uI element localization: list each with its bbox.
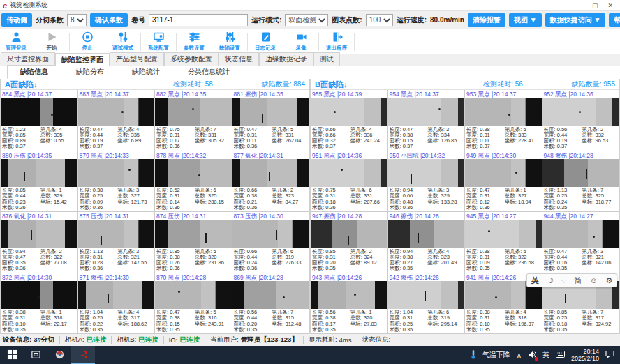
minimize-button[interactable]: — xyxy=(576,2,582,9)
defect-card[interactable]: 945 黑点 |20:14:27 长度: 0.38 宽度: 0.31 面积: 0… xyxy=(465,212,542,273)
data-quick-access-menu-button[interactable]: 数据快捷访问 ▼ xyxy=(545,13,606,27)
defect-card[interactable]: 949 黑点 |20:14:30 长度: 0.47 宽度: 0.31 面积: 0… xyxy=(465,151,542,213)
defect-card[interactable]: 873 压伤 |20:14:30 长度: 0.66 宽度: 0.44 面积: 0… xyxy=(232,212,310,273)
defect-card[interactable]: 950 小凹坑 |20:14:32 长度: 0.94 宽度: 0.66 面积: … xyxy=(388,151,466,213)
taskbar-ime-indicator[interactable]: 英 xyxy=(542,350,549,360)
log-record-button[interactable]: 日志记录 xyxy=(249,31,281,52)
exit-program-button[interactable]: 退出程序 xyxy=(320,31,353,52)
system-config-button[interactable]: 系统配置 xyxy=(142,31,175,52)
defect-thumbnail[interactable] xyxy=(311,159,388,187)
defect-thumbnail[interactable] xyxy=(155,98,232,126)
tab-edge-data-record[interactable]: 边缘数据记录 xyxy=(259,52,313,66)
drive-side-button[interactable]: 传动侧 xyxy=(1,13,32,27)
panel-b-title[interactable]: B面缺陷↓ xyxy=(315,79,483,90)
tray-weather-text[interactable]: 气温下降 xyxy=(482,350,510,360)
moon-icon[interactable]: ☽ xyxy=(547,276,554,285)
defect-thumbnail[interactable] xyxy=(388,159,465,187)
ime-tools-icon[interactable]: ⸪ xyxy=(561,276,566,285)
defect-card[interactable]: 947 擦伤 |20:14:28 长度: 0.85 宽度: 0.31 面积: 0… xyxy=(311,212,388,273)
defect-card[interactable]: 955 黑点 |20:14:39 长度: 0.66 宽度: 0.66 面积: 0… xyxy=(311,90,388,151)
defect-card[interactable]: 942 擦伤 |20:14:26 长度: 1.04 宽度: 0.31 面积: 0… xyxy=(388,273,466,335)
taskbar-app-vision-system[interactable] xyxy=(71,346,95,364)
defect-card[interactable]: 876 氧化 |20:14:31 长度: 0.94 宽度: 0.47 面积: 0… xyxy=(1,212,78,273)
record-video-button[interactable]: 录像 xyxy=(285,31,317,52)
tab-status-info[interactable]: 状态信息 xyxy=(219,52,259,66)
volume-icon[interactable] xyxy=(528,351,536,360)
taskbar-app-browser[interactable] xyxy=(47,346,71,364)
panel-a-title[interactable]: A面缺陷↓ xyxy=(5,79,173,90)
defect-settings-button[interactable]: 缺陷设置 xyxy=(214,31,246,52)
subtab-defect-distribution[interactable]: 缺陷分布 xyxy=(63,65,117,79)
debug-mode-button[interactable]: 调试模式 xyxy=(107,31,139,52)
parameter-settings-button[interactable]: 参数设置 xyxy=(178,31,210,52)
defect-thumbnail[interactable] xyxy=(78,98,155,126)
defect-card[interactable]: 946 擦伤 |20:14:28 长度: 0.94 宽度: 0.38 面积: 0… xyxy=(388,212,466,273)
defect-card[interactable]: 877 氧化 |20:14:31 长度: 0.66 宽度: 0.38 面积: 0… xyxy=(232,151,310,213)
close-button[interactable]: ✕ xyxy=(607,2,613,9)
defect-thumbnail[interactable] xyxy=(78,281,155,309)
defect-card[interactable]: 948 擦伤 |20:14:28 长度: 1.13 宽度: 0.25 面积: 0… xyxy=(542,151,620,213)
defect-card[interactable]: 952 黑点 |20:14:36 长度: 0.56 宽度: 0.44 面积: 0… xyxy=(542,90,620,151)
notification-center-icon[interactable] xyxy=(605,350,614,360)
clear-alarm-button[interactable]: 清除报警 xyxy=(468,13,505,27)
defect-thumbnail[interactable] xyxy=(465,98,542,126)
tab-system-param-config[interactable]: 系统参数配置 xyxy=(164,52,219,66)
maximize-button[interactable]: ▢ xyxy=(592,2,598,9)
defect-card[interactable]: 943 黑点 |20:14:26 长度: 0.56 宽度: 0.38 面积: 0… xyxy=(311,273,388,335)
defect-thumbnail[interactable] xyxy=(232,220,309,248)
defect-thumbnail[interactable] xyxy=(232,98,309,126)
thermometer-icon[interactable] xyxy=(471,349,476,361)
defect-thumbnail[interactable] xyxy=(311,98,388,126)
defect-thumbnail[interactable] xyxy=(1,98,78,126)
defect-thumbnail[interactable] xyxy=(1,220,78,248)
defect-card[interactable]: 951 黑点 |20:14:36 长度: 0.75 宽度: 0.31 面积: 0… xyxy=(311,151,388,213)
touch-keyboard-icon[interactable] xyxy=(556,351,565,359)
stop-button[interactable]: 停止 xyxy=(71,31,103,52)
confirm-count-button[interactable]: 确认条数 xyxy=(90,13,128,27)
defect-card[interactable]: 872 黑点 |20:14:30 长度: 0.38 宽度: 0.31 面积: 0… xyxy=(1,273,78,335)
defect-thumbnail[interactable] xyxy=(155,281,232,309)
subtab-defect-stats[interactable]: 缺陷统计 xyxy=(119,65,173,79)
slit-count-select[interactable]: 8 xyxy=(67,14,87,26)
gear-icon[interactable]: ⚙ xyxy=(605,276,612,285)
defect-card[interactable]: 869 黑点 |20:14:28 长度: 0.56 宽度: 0.44 面积: 0… xyxy=(232,273,310,335)
defect-thumbnail[interactable] xyxy=(78,220,155,248)
defect-thumbnail[interactable] xyxy=(155,159,232,187)
defect-card[interactable]: 880 压伤 |20:14:35 长度: 0.85 宽度: 0.44 面积: 0… xyxy=(1,151,78,213)
defect-thumbnail[interactable] xyxy=(78,159,155,187)
subtab-defect-info[interactable]: 缺陷信息 xyxy=(7,65,61,79)
defect-thumbnail[interactable] xyxy=(1,159,78,187)
defect-card[interactable]: 870 黑点 |20:14:28 长度: 0.47 宽度: 0.38 面积: 0… xyxy=(155,273,232,335)
defect-thumbnail[interactable] xyxy=(232,281,309,309)
defect-thumbnail[interactable] xyxy=(542,159,619,187)
defect-card[interactable]: 878 黑点 |20:14:32 长度: 0.52 宽度: 0.31 面积: 0… xyxy=(155,151,232,213)
run-mode-select[interactable]: 双面检测 xyxy=(285,14,328,26)
defect-thumbnail[interactable] xyxy=(465,159,542,187)
task-view-button[interactable] xyxy=(24,346,47,364)
defect-card[interactable]: 881 擦伤 |20:14:35 长度: 0.47 宽度: 0.31 面积: 0… xyxy=(232,90,310,151)
defect-thumbnail[interactable] xyxy=(311,281,388,309)
defect-card[interactable]: 953 黑点 |20:14:37 长度: 0.38 宽度: 0.31 面积: 0… xyxy=(465,90,542,151)
start-menu-button[interactable] xyxy=(0,346,24,364)
defect-card[interactable]: 871 擦伤 |20:14:30 长度: 1.04 宽度: 0.25 面积: 0… xyxy=(78,273,156,335)
emoji-icon[interactable]: ☺ xyxy=(590,276,598,285)
tab-defect-monitor[interactable]: 缺陷监控界面 xyxy=(55,53,110,66)
roll-number-input[interactable] xyxy=(149,14,248,26)
defect-card[interactable]: 874 压伤 |20:14:31 长度: 0.85 宽度: 0.38 面积: 0… xyxy=(155,212,232,273)
taskbar-clock[interactable]: 20:142025/2/10 xyxy=(571,348,599,362)
defect-thumbnail[interactable] xyxy=(311,220,388,248)
defect-thumbnail[interactable] xyxy=(1,281,78,309)
help-menu-button[interactable]: 帮助 ▼ xyxy=(609,13,620,27)
ime-simplified-toggle[interactable]: 简 xyxy=(574,275,582,286)
defect-thumbnail[interactable] xyxy=(542,220,619,248)
defect-thumbnail[interactable] xyxy=(155,220,232,248)
defect-thumbnail[interactable] xyxy=(388,281,465,309)
defect-card[interactable]: 879 黑点 |20:14:33 长度: 0.38 宽度: 0.25 面积: 0… xyxy=(78,151,156,213)
chart-points-select[interactable]: 100 xyxy=(366,14,393,26)
admin-login-button[interactable]: 管理登录 xyxy=(0,31,32,52)
defect-thumbnail[interactable] xyxy=(232,159,309,187)
defect-thumbnail[interactable] xyxy=(388,220,465,248)
defect-card[interactable]: 944 黑点 |20:14:27 长度: 0.47 宽度: 0.44 面积: 0… xyxy=(542,212,620,273)
defect-thumbnail[interactable] xyxy=(388,98,465,126)
defect-card[interactable]: 884 黑点 |20:14:37 长度: 1.23 宽度: 0.85 面积: 0… xyxy=(1,90,78,151)
